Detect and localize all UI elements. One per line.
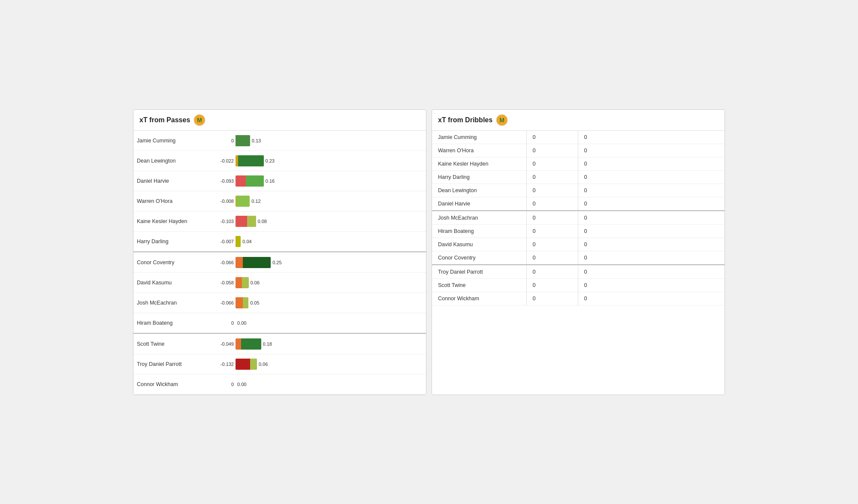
player-name: Jamie Cumming (432, 131, 526, 144)
pos-value-label: 0.13 (252, 138, 261, 143)
player-name: Jamie Cumming (133, 131, 209, 151)
neg-value-label: -0.049 (212, 341, 234, 347)
neg-value-label: -0.007 (212, 239, 234, 244)
table-row: Hiram Boateng00.00 (133, 313, 426, 333)
dribble-value-2: 0 (578, 144, 725, 157)
neg-value-label: -0.008 (212, 199, 234, 204)
player-name: David Kasumu (432, 238, 526, 251)
pos-value-label: 0.23 (266, 158, 275, 163)
left-panel-header: xT from Passes M (133, 110, 426, 131)
player-name: Harry Darling (432, 170, 526, 184)
bar-cell: -0.0220.23 (209, 151, 426, 171)
main-container: xT from Passes M Jamie Cumming00.13Dean … (133, 109, 725, 395)
positive-bar (242, 277, 249, 288)
player-name: Conor Coventry (432, 251, 526, 265)
table-row: Jamie Cumming00 (432, 131, 725, 144)
table-row: Harry Darling00 (432, 170, 725, 184)
player-name: Daniel Harvie (432, 197, 526, 211)
pos-value-label: 0.05 (250, 300, 259, 305)
player-name: Scott Twine (133, 334, 209, 354)
dribble-value-1: 0 (526, 197, 578, 211)
pos-value-label: 0.06 (251, 280, 260, 285)
pos-value-label: 0.04 (242, 239, 251, 244)
bar-cell: -0.0580.06 (209, 272, 426, 293)
negative-bar (236, 297, 243, 308)
player-name: Daniel Harvie (133, 171, 209, 191)
pos-value-label: 0.00 (237, 382, 246, 387)
bar-cell: -0.0080.12 (209, 191, 426, 211)
table-row: Daniel Harvie00 (432, 197, 725, 211)
positive-bar (243, 297, 248, 308)
neg-value-label: -0.132 (212, 362, 234, 367)
player-name: Scott Twine (432, 278, 526, 292)
bar-cell: -0.1030.08 (209, 211, 426, 231)
dribble-value-1: 0 (526, 224, 578, 238)
player-name: Troy Daniel Parrott (432, 265, 526, 278)
neg-value-label: 0 (212, 320, 234, 326)
svg-text:M: M (197, 117, 202, 124)
dribble-value-2: 0 (578, 170, 725, 184)
positive-bar (236, 196, 250, 207)
table-row: David Kasumu00 (432, 238, 725, 251)
neg-value-label: 0 (212, 382, 234, 387)
bar-cell: -0.0930.16 (209, 171, 426, 191)
player-name: David Kasumu (133, 272, 209, 293)
bar-cell: -0.0660.25 (209, 252, 426, 272)
dribble-value-1: 0 (526, 292, 578, 305)
positive-bar (236, 135, 250, 146)
table-row: Dean Lewington00 (432, 184, 725, 197)
player-name: Harry Darling (133, 231, 209, 252)
neg-value-label: -0.066 (212, 260, 234, 265)
svg-text:M: M (499, 117, 505, 124)
bar-cell: 00.00 (209, 313, 426, 333)
negative-bar (236, 338, 241, 350)
player-name: Connor Wickham (432, 292, 526, 305)
table-row: Conor Coventry00 (432, 251, 725, 265)
table-row: Troy Daniel Parrott00 (432, 265, 725, 278)
table-row: Kaine Kesler Hayden-0.1030.08 (133, 211, 426, 231)
player-name: Josh McEachran (432, 211, 526, 224)
bar-cell: -0.0490.18 (209, 334, 426, 354)
dribble-value-1: 0 (526, 211, 578, 224)
neg-value-label: -0.022 (212, 158, 234, 163)
left-panel: xT from Passes M Jamie Cumming00.13Dean … (133, 109, 426, 395)
player-name: Conor Coventry (133, 252, 209, 272)
dribble-value-1: 0 (526, 170, 578, 184)
neg-value-label: 0 (212, 138, 234, 143)
dribble-value-2: 0 (578, 197, 725, 211)
table-row: Connor Wickham00.00 (133, 374, 426, 394)
neg-value-label: -0.103 (212, 219, 234, 224)
player-name: Troy Daniel Parrott (133, 354, 209, 374)
table-row: Scott Twine-0.0490.18 (133, 334, 426, 354)
pos-value-label: 0.25 (272, 260, 281, 265)
dribble-value-2: 0 (578, 184, 725, 197)
dribble-value-1: 0 (526, 265, 578, 278)
neg-value-label: -0.058 (212, 280, 234, 285)
negative-bar (236, 277, 242, 288)
player-name: Dean Lewington (432, 184, 526, 197)
player-name: Connor Wickham (133, 374, 209, 394)
dribble-value-2: 0 (578, 292, 725, 305)
table-row: Dean Lewington-0.0220.23 (133, 151, 426, 171)
passes-table: Jamie Cumming00.13Dean Lewington-0.0220.… (133, 131, 426, 395)
table-row: Warren O'Hora-0.0080.12 (133, 191, 426, 211)
table-row: Josh McEachran-0.0660.05 (133, 293, 426, 313)
table-row: Connor Wickham00 (432, 292, 725, 305)
pos-value-label: 0.18 (263, 341, 272, 347)
neg-value-label: -0.066 (212, 300, 234, 305)
dribble-value-1: 0 (526, 238, 578, 251)
pos-value-label: 0.06 (259, 362, 268, 367)
right-panel-title: xT from Dribbles (438, 116, 492, 124)
table-row: Daniel Harvie-0.0930.16 (133, 171, 426, 191)
player-name: Hiram Boateng (432, 224, 526, 238)
table-row: Jamie Cumming00.13 (133, 131, 426, 151)
negative-bar (236, 216, 247, 227)
dribble-value-1: 0 (526, 184, 578, 197)
pos-value-label: 0.08 (258, 219, 267, 224)
bar-cell: 00.00 (209, 374, 426, 394)
left-logo-icon: M (193, 114, 205, 126)
positive-bar (250, 359, 257, 370)
positive-bar (241, 338, 261, 350)
bar-cell: -0.1320.06 (209, 354, 426, 374)
player-name: Warren O'Hora (133, 191, 209, 211)
